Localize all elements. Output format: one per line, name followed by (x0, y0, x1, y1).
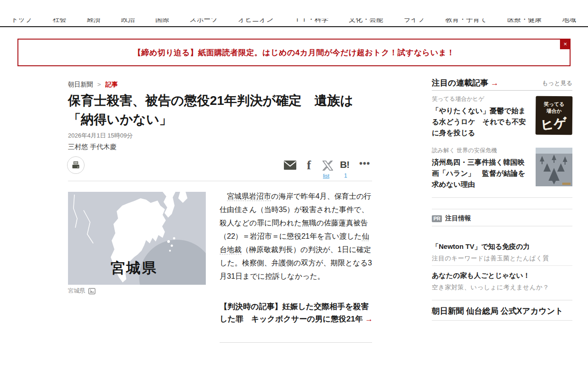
sidebar-divider (432, 265, 572, 266)
pr-item-subtitle: 空き家対策、いっしょに考えませんか？ (432, 283, 572, 292)
nav-item-opinion[interactable]: オピニオン (238, 18, 273, 23)
hatena-bookmark-icon[interactable]: B! (340, 159, 349, 170)
pr-item-newton-tv[interactable]: 「Newton TV」で知る免疫の力 注目のキーワードは善玉菌とたんぱく質 (432, 242, 572, 263)
nav-bottom-rule (0, 26, 588, 27)
related-article-link[interactable]: 【判決時の記事】妊娠した交際相手を殺害した罪 キックボクサーの男に懲役21年 → (220, 300, 373, 325)
breadcrumb-site-link[interactable]: 朝日新聞 (68, 81, 93, 88)
pr-item-title[interactable]: あなたの家も人ごとじゃない！ (432, 271, 572, 280)
nav-item-region[interactable]: 地域 (562, 18, 576, 23)
nav-item-life[interactable]: ライフ (404, 18, 425, 23)
sidebar-divider (432, 320, 572, 321)
article-body: 宮城県岩沼市の海岸で昨年4月、保育士の行仕由佳さん（当時35）が殺害された事件で… (220, 190, 373, 283)
body-segment-2: （榊原敬裁判長）の判決が、1日に確定した。検察側、弁護側の双方が、期限となる3月… (220, 246, 372, 280)
breadcrumb-separator: > (97, 81, 101, 88)
nav-item-society[interactable]: 社会 (53, 18, 67, 23)
photo-gallery-icon[interactable] (88, 288, 96, 294)
close-icon[interactable]: × (560, 39, 571, 49)
pr-section-header: PR 注目情報 (432, 214, 471, 223)
body-link-iwanuma[interactable]: 宮城県岩沼市 (227, 192, 271, 200)
print-button[interactable] (67, 156, 85, 174)
sidebar-serial-item-1[interactable]: 笑ってる場合かヒゲ 「やりたくない」憂鬱で始まる水どうロケ それでも不安に身を投… (432, 95, 572, 138)
figure-caption: 宮城県 (68, 287, 96, 295)
arrow-right-icon: → (491, 78, 499, 87)
top-navigation: トップ 社会 経済 政治 国際 スポーツ オピニオン ＩＴ・科学 文化・芸能 ラ… (0, 18, 588, 26)
nav-item-top[interactable]: トップ (11, 18, 32, 23)
article-title: 保育士殺害、被告の懲役21年判決が確定 遺族は「納得いかない」 (68, 91, 379, 129)
facebook-icon[interactable]: f (307, 158, 311, 172)
pr-badge: PR (432, 215, 442, 222)
article-map-image[interactable]: 宮城県 (68, 192, 206, 285)
x-list-link[interactable]: list (323, 173, 329, 178)
pr-section-title: 注目情報 (445, 214, 471, 223)
arrow-right-icon: → (365, 315, 373, 323)
figure-caption-text: 宮城県 (68, 287, 85, 295)
nav-item-culture[interactable]: 文化・芸能 (349, 18, 383, 23)
thumb-text-line: ヒゲ (536, 114, 573, 134)
nav-item-economy[interactable]: 経済 (87, 18, 101, 23)
thumbnail-hige-logo-image[interactable]: 笑ってる 場合か ヒゲ (536, 96, 573, 135)
printer-icon (71, 161, 80, 170)
nav-item-international[interactable]: 国際 (155, 18, 169, 23)
sidebar-divider (432, 226, 572, 226)
pr-item-akiya[interactable]: あなたの家も人ごとじゃない！ 空き家対策、いっしょに考えませんか？ (432, 271, 572, 292)
nav-item-it-science[interactable]: ＩＴ・科学 (294, 18, 328, 23)
see-more-link[interactable]: もっと見る (542, 79, 572, 87)
nav-item-health[interactable]: 医療・健康 (507, 18, 542, 23)
sidebar-divider (432, 300, 572, 300)
sidebar-serial-item-2[interactable]: 読み解く 世界の安保危機 済州島四・三事件描く韓国映画「ハラン」 監督が結論を求… (432, 147, 572, 190)
paragraph-indent (220, 192, 227, 200)
serial-title[interactable]: 済州島四・三事件描く韓国映画「ハラン」 監督が結論を求めない理由 (432, 157, 531, 190)
thumb-text-line: 場合か (536, 108, 572, 115)
miyagi-map-graphic: 宮城県 (68, 192, 206, 285)
related-divider (220, 342, 372, 343)
thumb-text-line: 笑ってる (536, 101, 572, 108)
x-twitter-icon[interactable] (322, 161, 333, 172)
nav-item-politics[interactable]: 政治 (121, 18, 135, 23)
promo-banner[interactable]: 【締め切り迫る】紙面購読者限定。はじめの4カ月間が今だけ超おトク！試すならいま！… (17, 39, 571, 66)
mail-icon[interactable] (284, 161, 296, 172)
article-authors: 三村悠 手代木慶 (68, 143, 117, 151)
sendai-x-account-link[interactable]: 朝日新聞 仙台総局 公式Xアカウント (432, 305, 563, 316)
pr-item-subtitle: 注目のキーワードは善玉菌とたんぱく質 (432, 254, 572, 263)
toolbar-divider (68, 181, 372, 181)
page: トップ 社会 経済 政治 国際 スポーツ オピニオン ＩＴ・科学 文化・芸能 ラ… (0, 0, 588, 368)
thumbnail-fighter-jets-image[interactable] (536, 148, 572, 186)
sidebar-divider (432, 209, 572, 209)
breadcrumb: 朝日新聞 > 記事 (68, 80, 118, 89)
nav-item-sports[interactable]: スポーツ (190, 18, 218, 23)
share-toolbar: f B! ••• list 1 (280, 158, 372, 179)
map-prefecture-label: 宮城県 (111, 260, 158, 276)
article-date: 2026年4月1日 15時09分 (68, 132, 133, 140)
sidebar-featured-title-text: 注目の連載記事 (432, 78, 491, 87)
serial-title[interactable]: 「やりたくない」憂鬱で始まる水どうロケ それでも不安に身を投じる (432, 105, 531, 138)
related-article-text: 【判決時の記事】妊娠した交際相手を殺害した罪 キックボクサーの男に懲役21年 (220, 302, 369, 323)
more-share-icon[interactable]: ••• (359, 158, 370, 169)
sidebar-header-divider (432, 90, 572, 91)
sidebar-header: 注目の連載記事 → もっと見る (432, 77, 572, 89)
sidebar-featured-title[interactable]: 注目の連載記事 → (432, 77, 498, 88)
sidebar-divider (432, 197, 572, 198)
nav-item-education[interactable]: 教育・子育て (445, 18, 486, 23)
bookmark-count[interactable]: 1 (344, 172, 347, 179)
promo-banner-text[interactable]: 【締め切り迫る】紙面購読者限定。はじめの4カ月間が今だけ超おトク！試すならいま！ (133, 47, 455, 58)
pr-item-title[interactable]: 「Newton TV」で知る免疫の力 (432, 242, 572, 251)
breadcrumb-current: 記事 (105, 81, 118, 88)
